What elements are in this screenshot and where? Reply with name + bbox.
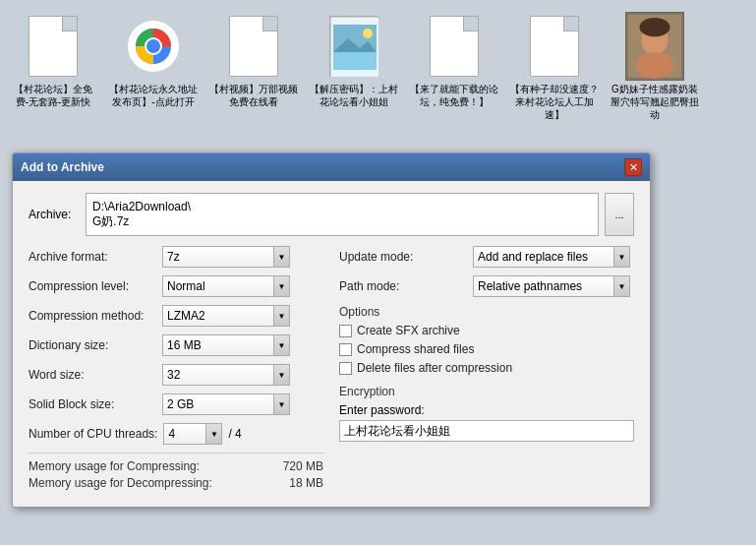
desktop-icon-chrome[interactable]: 【村花论坛永久地址发布页】-点此打开 (104, 8, 203, 125)
compression-method-label: Compression method: (29, 309, 156, 323)
form-right: Update mode: Add and replace files ▼ Pat… (339, 246, 634, 493)
add-to-archive-dialog: Add to Archive ✕ Archive: D:\Aria2Downlo… (12, 152, 651, 508)
compression-method-value: LZMA2 (167, 309, 223, 323)
path-mode-select[interactable]: Relative pathnames ▼ (473, 275, 630, 297)
desktop-icon-forum2[interactable]: 【村视频】万部视频免费在线看 (204, 8, 303, 125)
path-mode-arrow: ▼ (613, 276, 629, 296)
path-mode-row: Path mode: Relative pathnames ▼ (339, 275, 634, 297)
options-section-label: Options (339, 305, 634, 319)
dialog-title: Add to Archive (21, 160, 104, 174)
archive-path-box[interactable]: D:\Aria2Download\ G奶.7z (86, 193, 599, 236)
desktop-icon-photo[interactable]: 【解压密码】：上村花论坛看小姐姐 (305, 8, 403, 125)
compression-method-select[interactable]: LZMA2 ▼ (162, 305, 290, 327)
word-size-label: Word size: (29, 368, 156, 382)
word-size-select[interactable]: 32 ▼ (162, 364, 290, 386)
dialog-body: Archive: D:\Aria2Download\ G奶.7z ... Arc… (13, 181, 650, 507)
memory-decompressing-label: Memory usage for Decompressing: (29, 476, 212, 490)
icon-label-forum4: 【有种子却没速度？来村花论坛人工加速】 (509, 83, 600, 121)
path-mode-value: Relative pathnames (478, 279, 600, 293)
photo-icon-img (324, 12, 383, 81)
desktop-icon-forum4[interactable]: 【有种子却没速度？来村花论坛人工加速】 (505, 8, 604, 125)
desktop-icon-forum3[interactable]: 【来了就能下载的论坛，纯免费！】 (405, 8, 503, 125)
compress-shared-checkbox[interactable] (339, 343, 352, 356)
dictionary-size-select[interactable]: 16 MB ▼ (162, 334, 290, 356)
file-shape (29, 16, 78, 77)
photo-svg (330, 17, 379, 78)
solid-block-size-row: Solid Block size: 2 GB ▼ (29, 394, 323, 415)
file-shape-3 (430, 16, 479, 77)
create-sfx-row: Create SFX archive (339, 324, 634, 337)
password-input-row (339, 420, 634, 442)
chrome-icon-img (124, 12, 183, 81)
cpu-threads-total: / 4 (228, 427, 241, 441)
compression-method-arrow: ▼ (273, 306, 289, 326)
archive-field-label: Archive: (29, 208, 80, 221)
icon-label-forum2: 【村视频】万部视频免费在线看 (208, 83, 299, 108)
left-divider (29, 453, 323, 454)
solid-block-size-arrow: ▼ (273, 394, 289, 414)
dialog-close-button[interactable]: ✕ (624, 158, 642, 176)
compression-level-arrow: ▼ (273, 276, 289, 296)
desktop: 【村花论坛】全免费-无套路-更新快 【村花论坛永久地址发布页】-点此打开 (0, 0, 756, 545)
desktop-icon-portrait[interactable]: G奶妹子性感露奶装 掰穴特写翘起肥臀扭动 (606, 8, 704, 125)
word-size-row: Word size: 32 ▼ (29, 364, 323, 386)
compression-level-label: Compression level: (29, 279, 156, 293)
svg-point-8 (363, 29, 373, 38)
icon-label-forum1: 【村花论坛】全免费-无套路-更新快 (8, 83, 98, 108)
encryption-section-label: Encryption (339, 385, 634, 398)
portrait-svg (626, 12, 683, 81)
portrait-shape (625, 12, 684, 81)
compress-shared-row: Compress shared files (339, 342, 634, 356)
cpu-threads-value: 4 (168, 427, 193, 441)
update-mode-select[interactable]: Add and replace files ▼ (473, 246, 630, 268)
desktop-icons-row: 【村花论坛】全免费-无套路-更新快 【村花论坛永久地址发布页】-点此打开 (0, 0, 756, 133)
solid-block-size-select[interactable]: 2 GB ▼ (162, 394, 290, 415)
dictionary-size-row: Dictionary size: 16 MB ▼ (29, 334, 323, 356)
file-icon-img (24, 12, 83, 81)
icon-label-chrome: 【村花论坛永久地址发布页】-点此打开 (108, 83, 199, 108)
memory-decompressing-value: 18 MB (289, 476, 323, 490)
word-size-value: 32 (167, 368, 198, 382)
file-icon-img-2 (224, 12, 283, 81)
archive-browse-button[interactable]: ... (605, 193, 634, 236)
delete-after-label: Delete files after compression (357, 361, 512, 375)
archive-path-line2: G奶.7z (92, 213, 592, 230)
solid-block-size-value: 2 GB (167, 397, 211, 411)
file-icon-img-4 (525, 12, 584, 81)
archive-format-select[interactable]: 7z ▼ (162, 246, 290, 268)
delete-after-checkbox[interactable] (339, 362, 352, 375)
create-sfx-checkbox[interactable] (339, 325, 352, 337)
compression-method-row: Compression method: LZMA2 ▼ (29, 305, 323, 327)
cpu-threads-row: Number of CPU threads: 4 ▼ / 4 (29, 423, 323, 445)
memory-compressing-row: Memory usage for Compressing: 720 MB (29, 459, 323, 473)
encryption-section: Encryption Enter password: (339, 385, 634, 442)
desktop-icon-forum1[interactable]: 【村花论坛】全免费-无套路-更新快 (4, 8, 102, 125)
update-mode-value: Add and replace files (478, 250, 606, 264)
icon-label-forum3: 【来了就能下载的论坛，纯免费！】 (409, 83, 499, 108)
chrome-svg-icon (128, 21, 179, 72)
icon-label-photo: 【解压密码】：上村花论坛看小姐姐 (309, 83, 399, 108)
dictionary-size-value: 16 MB (167, 338, 219, 352)
compression-level-select[interactable]: Normal ▼ (162, 275, 290, 297)
password-input[interactable] (339, 420, 634, 442)
update-mode-arrow: ▼ (613, 247, 629, 267)
update-mode-label: Update mode: (339, 250, 467, 264)
svg-point-13 (640, 18, 670, 36)
memory-compressing-value: 720 MB (283, 459, 323, 473)
svg-point-3 (146, 39, 160, 53)
path-mode-label: Path mode: (339, 279, 467, 293)
cpu-threads-select[interactable]: 4 ▼ (163, 423, 222, 445)
delete-after-row: Delete files after compression (339, 361, 634, 375)
archive-format-label: Archive format: (29, 250, 156, 264)
create-sfx-label: Create SFX archive (357, 324, 460, 337)
solid-block-size-label: Solid Block size: (29, 397, 156, 411)
dictionary-size-label: Dictionary size: (29, 338, 156, 352)
file-shape-4 (530, 16, 579, 77)
dictionary-size-arrow: ▼ (273, 335, 289, 355)
file-icon-img-3 (425, 12, 484, 81)
photo-shape (329, 16, 378, 77)
file-shape-2 (229, 16, 278, 77)
memory-decompressing-row: Memory usage for Decompressing: 18 MB (29, 476, 323, 490)
svg-point-12 (636, 52, 674, 79)
compression-level-row: Compression level: Normal ▼ (29, 275, 323, 297)
